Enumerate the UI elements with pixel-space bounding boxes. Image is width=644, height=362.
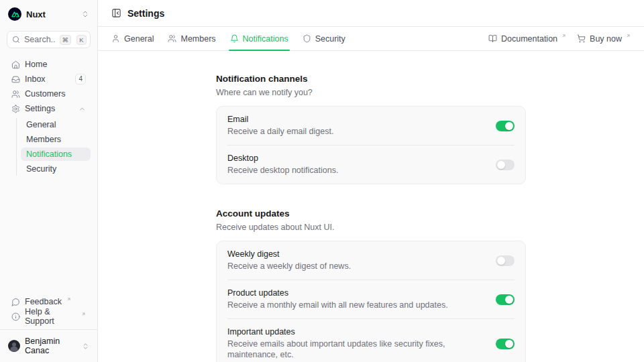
user-name: Benjamin Canac [25, 337, 77, 355]
search-placeholder: Search... [24, 35, 56, 44]
sidebar-item-inbox[interactable]: Inbox 4 [7, 72, 91, 86]
gear-icon [11, 105, 20, 113]
section-account-updates: Account updates Receive updates about Nu… [216, 208, 526, 362]
sidebar-item-label: Settings [25, 104, 55, 113]
inbox-icon [11, 75, 20, 84]
nuxt-logo [8, 7, 21, 21]
kbd-k: K [76, 35, 87, 45]
sidebar-divider [0, 329, 97, 330]
search-input[interactable]: Search... ⌘ K [7, 31, 91, 48]
setting-description: Receive a weekly digest of news. [227, 261, 351, 272]
sidebar-item-label: Help & Support [25, 307, 76, 326]
sidebar-item-help-support[interactable]: Help & Support [7, 310, 91, 323]
page-title: Settings [127, 8, 164, 19]
book-open-icon [488, 34, 497, 43]
sidebar-item-notifications[interactable]: Notifications [21, 147, 91, 161]
sidebar-item-customers[interactable]: Customers [7, 87, 91, 101]
setting-description: Receive emails about important updates l… [227, 339, 485, 360]
cart-icon [577, 34, 586, 43]
workspace-switcher[interactable]: Nuxt [7, 6, 91, 22]
chevron-up-down-icon [82, 343, 89, 350]
setting-title: Email [227, 115, 333, 125]
bell-icon [230, 34, 239, 43]
setting-row-desktop: Desktop Receive desktop notifications. [217, 145, 525, 184]
setting-row-weekly-digest: Weekly digest Receive a weekly digest of… [217, 241, 525, 280]
sidebar-item-label: Customers [25, 89, 65, 99]
sidebar-item-feedback[interactable]: Feedback [7, 295, 91, 308]
sidebar-item-label: Home [25, 60, 47, 69]
chevron-up-down-icon [81, 10, 89, 18]
sidebar-item-members[interactable]: Members [21, 133, 91, 146]
kbd-command: ⌘ [60, 35, 72, 45]
settings-card: Email Receive a daily email digest. Desk… [216, 106, 526, 184]
sidebar-item-home[interactable]: Home [7, 58, 91, 71]
shield-icon [303, 34, 311, 43]
weekly-digest-toggle[interactable] [496, 255, 515, 266]
page-header: Settings [98, 0, 644, 27]
product-updates-toggle[interactable] [496, 294, 515, 305]
header-actions: Documentation Buy now [488, 34, 631, 44]
section-notification-channels: Notification channels Where can we notif… [216, 74, 526, 184]
external-link-icon [626, 34, 631, 38]
section-title: Notification channels [216, 74, 526, 84]
tab-general[interactable]: General [111, 27, 154, 50]
tab-members[interactable]: Members [168, 27, 215, 50]
tabs: General Members Notifications Security [111, 27, 345, 50]
email-toggle[interactable] [496, 121, 515, 131]
tab-bar: General Members Notifications Security [98, 27, 644, 51]
external-link-icon [81, 312, 86, 316]
tab-notifications[interactable]: Notifications [230, 27, 288, 50]
sidebar-item-label: General [26, 120, 56, 129]
sidebar-item-label: Feedback [25, 297, 62, 306]
tab-label: Members [180, 34, 215, 44]
tab-label: Security [315, 34, 345, 44]
panel-left-icon[interactable] [111, 8, 121, 18]
setting-description: Receive a daily email digest. [227, 126, 333, 137]
setting-title: Product updates [227, 288, 448, 298]
chevron-up-icon [78, 105, 86, 113]
users-icon [168, 34, 176, 43]
tab-label: General [124, 34, 154, 44]
settings-card: Weekly digest Receive a weekly digest of… [216, 241, 526, 362]
tab-security[interactable]: Security [303, 27, 345, 50]
sidebar-footer: Feedback Help & Support Benjamin Canac [7, 295, 91, 357]
sidebar-item-settings[interactable]: Settings [7, 102, 91, 115]
sidebar-item-security[interactable]: Security [21, 162, 91, 176]
documentation-link[interactable]: Documentation [488, 34, 566, 44]
important-updates-toggle[interactable] [496, 339, 515, 349]
setting-description: Receive desktop notifications. [227, 165, 338, 176]
main-panel: Settings General Members Notifications [98, 0, 644, 362]
setting-description: Receive a monthly email with all new fea… [227, 300, 448, 310]
section-title: Account updates [216, 208, 526, 219]
user-icon [111, 34, 120, 43]
external-link-icon [561, 34, 566, 38]
setting-title: Desktop [227, 154, 338, 164]
desktop-toggle[interactable] [496, 160, 515, 170]
setting-row-product-updates: Product updates Receive a monthly email … [217, 280, 525, 318]
info-circle-icon [11, 312, 20, 321]
sidebar: Nuxt Search... ⌘ K Home Inbox 4 [0, 0, 98, 362]
avatar [8, 340, 20, 352]
setting-title: Weekly digest [227, 249, 351, 259]
workspace-name: Nuxt [26, 9, 46, 19]
inbox-count-badge: 4 [75, 74, 86, 84]
setting-title: Important updates [227, 327, 485, 337]
action-label: Documentation [501, 34, 557, 44]
settings-subnav: General Members Notifications Security [16, 118, 91, 176]
message-bubble-icon [11, 298, 20, 306]
external-link-icon [66, 297, 71, 302]
setting-row-email: Email Receive a daily email digest. [217, 107, 525, 145]
user-menu[interactable]: Benjamin Canac [7, 335, 91, 357]
sidebar-item-general[interactable]: General [21, 118, 91, 131]
sidebar-item-label: Notifications [26, 149, 72, 159]
sidebar-item-label: Security [26, 164, 56, 174]
search-icon [12, 36, 20, 44]
users-icon [11, 90, 20, 99]
buy-now-link[interactable]: Buy now [577, 34, 631, 44]
action-label: Buy now [590, 34, 622, 44]
sidebar-item-label: Members [26, 135, 61, 144]
section-subtitle: Where can we notify you? [216, 88, 526, 97]
section-subtitle: Receive updates about Nuxt UI. [216, 223, 526, 232]
tab-label: Notifications [243, 34, 288, 44]
home-icon [11, 60, 20, 69]
